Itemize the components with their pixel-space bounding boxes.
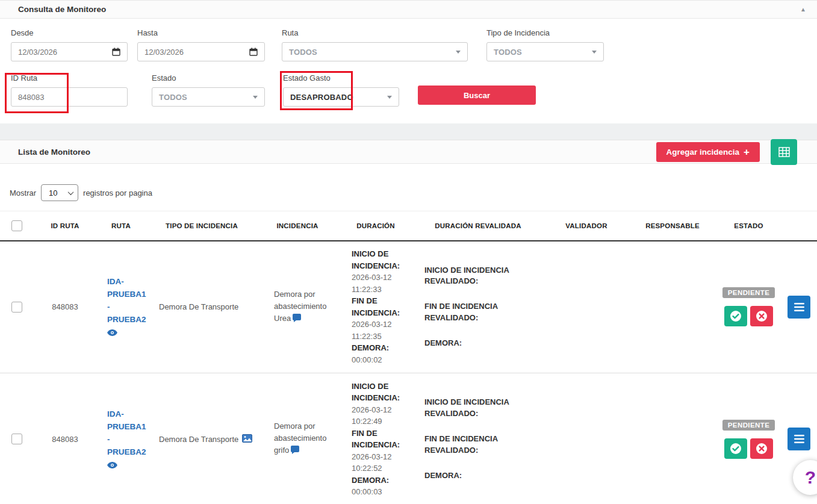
select-all-checkbox[interactable] (11, 220, 22, 231)
cell-estado: PENDIENTE (714, 287, 783, 326)
inicio-revalidado-label: INICIO DE INCIDENCIA REVALIDADO: (424, 265, 523, 288)
calendar-icon[interactable] (249, 48, 258, 56)
cell-id-ruta: 848083 (34, 373, 96, 504)
filter-panel-header: Consulta de Monitoreo ▲ (0, 1, 817, 19)
x-circle-icon (756, 443, 768, 455)
table-grid-icon (778, 147, 790, 157)
x-circle-icon (756, 310, 768, 322)
cell-responsable (631, 373, 714, 504)
approve-button[interactable] (724, 306, 747, 326)
check-circle-icon (730, 443, 742, 455)
estado-select[interactable]: TODOS (152, 87, 265, 107)
tipo-incidencia-selected-value: TODOS (494, 48, 522, 57)
dropdown-arrow-icon (387, 96, 392, 99)
inicio-incidencia-value: 2026-03-12 11:22:33 (352, 273, 392, 294)
row-checkbox[interactable] (11, 302, 22, 313)
desde-label: Desde (11, 28, 128, 37)
demora-value: 00:00:03 (352, 487, 382, 496)
cell-ruta: IDA-PRUEBA1-PRUEBA2 (96, 408, 147, 470)
id-ruta-input[interactable] (11, 87, 128, 107)
agregar-incidencia-button[interactable]: Agregar incidencia + (656, 142, 760, 162)
export-table-button[interactable] (771, 139, 797, 165)
page-size-select[interactable]: 10 (41, 184, 78, 201)
cell-validador (542, 241, 631, 373)
estado-selected-value: TODOS (159, 93, 187, 102)
id-ruta-label: ID Ruta (11, 73, 128, 82)
filter-panel-title: Consulta de Monitoreo (18, 5, 106, 14)
photo-attachment-icon[interactable] (242, 434, 252, 444)
cell-tipo-incidencia: Demora De Transporte (146, 302, 258, 311)
cell-duracion-revalidada: INICIO DE INCIDENCIA REVALIDADO: FIN DE … (414, 265, 523, 349)
inicio-revalidado-label: INICIO DE INCIDENCIA REVALIDADO: (424, 397, 523, 420)
view-route-eye-icon[interactable] (107, 329, 147, 338)
comment-bubble-icon[interactable] (293, 315, 301, 324)
ruta-link[interactable]: IDA-PRUEBA1-PRUEBA2 (107, 409, 146, 456)
buscar-button[interactable]: Buscar (418, 86, 536, 105)
col-actions (783, 211, 817, 241)
ruta-selected-value: TODOS (289, 48, 317, 57)
tipo-incidencia-select[interactable]: TODOS (486, 42, 604, 61)
fin-incidencia-label: FIN DE INCIDENCIA: (352, 429, 400, 450)
monitoring-list-panel: Lista de Monitoreo Agregar incidencia + … (0, 140, 817, 504)
field-estado: Estado TODOS (152, 73, 265, 107)
id-ruta-value[interactable] (18, 93, 120, 102)
reject-button[interactable] (750, 306, 773, 326)
desde-date-input[interactable] (11, 42, 128, 61)
field-estado-gasto: Estado Gasto DESAPROBADO (283, 73, 399, 107)
cell-tipo-incidencia: Demora De Transporte (146, 434, 258, 444)
field-id-ruta: ID Ruta (11, 73, 128, 107)
estado-label: Estado (152, 73, 265, 82)
demora-label: DEMORA: (352, 343, 389, 352)
col-incidencia: INCIDENCIA (258, 211, 337, 241)
demora-value: 00:00:02 (352, 355, 382, 364)
cell-ruta: IDA-PRUEBA1-PRUEBA2 (96, 276, 147, 338)
registros-label: registros por pagina (83, 188, 152, 198)
estado-gasto-selected-value: DESAPROBADO (290, 93, 353, 102)
demora-revalidado-label: DEMORA: (424, 338, 523, 349)
inicio-incidencia-label: INICIO DE INCIDENCIA: (352, 249, 400, 270)
question-mark-icon: ? (805, 467, 816, 488)
plus-icon: + (744, 147, 750, 157)
approve-button[interactable] (724, 438, 747, 459)
status-badge: PENDIENTE (722, 420, 775, 431)
inicio-incidencia-label: INICIO DE INCIDENCIA: (352, 382, 400, 403)
col-duracion: DURACIÓN (337, 211, 414, 241)
filter-panel: Consulta de Monitoreo ▲ Desde Hasta Ruta (0, 0, 817, 123)
comment-bubble-icon[interactable] (291, 447, 299, 456)
row-checkbox[interactable] (11, 434, 22, 444)
table-row: 848083 IDA-PRUEBA1-PRUEBA2 Demora De Tra… (0, 373, 817, 504)
chevron-down-icon (68, 189, 74, 195)
mostrar-label: Mostrar (10, 188, 36, 198)
monitoring-table: ID RUTA RUTA TIPO DE INCIDENCIA INCIDENC… (0, 211, 817, 504)
ruta-select[interactable]: TODOS (282, 42, 468, 61)
tipo-text: Demora De Transporte (159, 435, 238, 444)
fin-revalidado-label: FIN DE INCIDENCIA REVALIDADO: (424, 301, 523, 324)
cell-incidencia: Demora por abastecimiento Urea (258, 288, 337, 326)
demora-label: DEMORA: (352, 476, 389, 485)
cell-responsable (631, 241, 714, 373)
view-route-eye-icon[interactable] (107, 461, 147, 470)
table-header-row: ID RUTA RUTA TIPO DE INCIDENCIA INCIDENC… (0, 211, 817, 241)
hasta-date-input[interactable] (137, 42, 265, 61)
row-menu-button[interactable] (787, 296, 810, 319)
page-size-toolbar: Mostrar 10 registros por pagina (0, 164, 817, 211)
col-duracion-revalidada: DURACIÓN REVALIDADA (414, 211, 542, 241)
calendar-icon[interactable] (112, 48, 120, 56)
estado-gasto-select[interactable]: DESAPROBADO (283, 87, 399, 107)
hasta-value[interactable] (144, 48, 244, 57)
ruta-label: Ruta (282, 28, 468, 37)
collapse-panel-icon[interactable]: ▲ (800, 6, 806, 13)
col-validador: VALIDADOR (542, 211, 631, 241)
cell-estado: PENDIENTE (714, 420, 783, 459)
list-panel-header: Lista de Monitoreo Agregar incidencia + (0, 140, 817, 164)
reject-button[interactable] (750, 438, 773, 459)
desde-value[interactable] (18, 48, 107, 57)
col-ruta: RUTA (96, 211, 146, 241)
demora-revalidado-label: DEMORA: (424, 470, 523, 482)
field-ruta: Ruta TODOS (282, 28, 468, 61)
cell-duracion: INICIO DE INCIDENCIA: 2026-03-12 10:22:4… (337, 381, 400, 498)
hamburger-menu-icon (794, 303, 804, 311)
inicio-incidencia-value: 2026-03-12 10:22:49 (352, 405, 392, 426)
ruta-link[interactable]: IDA-PRUEBA1-PRUEBA2 (107, 277, 146, 324)
row-menu-button[interactable] (787, 428, 810, 450)
